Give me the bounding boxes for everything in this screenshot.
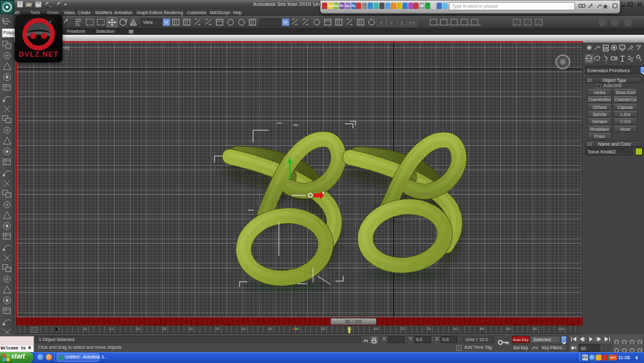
svg-text:Z: Z [401,20,404,26]
svg-text:DVLZ.NET: DVLZ.NET [19,50,59,58]
svg-text:n: n [468,23,470,26]
svg-text:n: n [458,23,460,26]
svg-text:n: n [448,23,450,26]
svg-text:View: View [143,20,153,25]
svg-text:Y: Y [390,20,393,26]
svg-text:n: n [478,23,480,26]
svg-text:n: n [437,23,439,26]
svg-text:60: 60 [581,346,586,351]
svg-text:X: X [379,20,383,26]
svg-text:XY: XY [409,20,416,26]
